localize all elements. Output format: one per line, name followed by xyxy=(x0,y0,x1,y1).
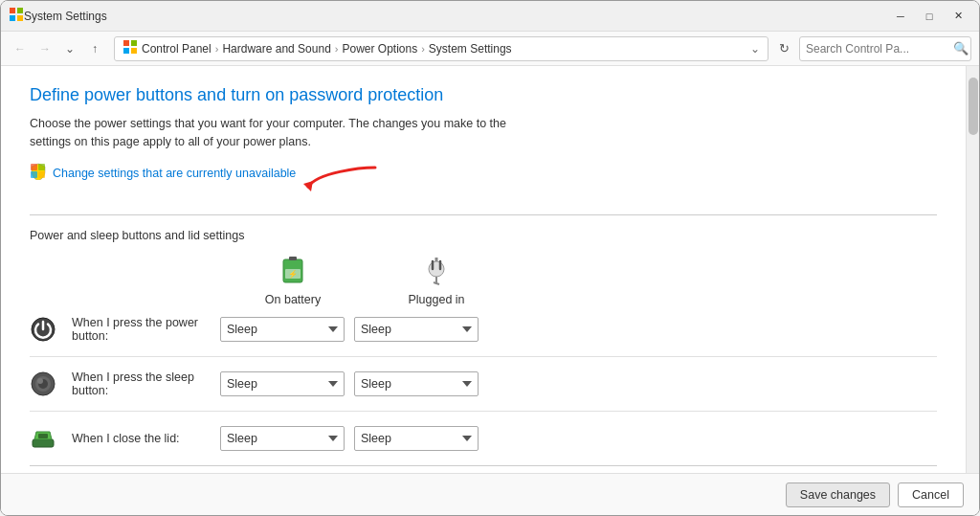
svg-rect-0 xyxy=(10,8,15,13)
svg-point-27 xyxy=(37,378,43,384)
svg-rect-1 xyxy=(17,8,23,13)
svg-rect-29 xyxy=(38,434,48,438)
setting-row-sleep: When I press the sleep button: Sleep Do … xyxy=(30,370,937,397)
search-icon[interactable]: 🔍 xyxy=(953,41,969,56)
search-bar[interactable]: 🔍 xyxy=(799,36,971,61)
svg-rect-9 xyxy=(38,164,45,170)
svg-rect-7 xyxy=(131,48,137,54)
content-area: Define power buttons and turn on passwor… xyxy=(1,66,979,473)
svg-rect-2 xyxy=(10,15,15,21)
shutdown-section: Shutdown settings Turn on fast startup (… xyxy=(30,465,937,474)
breadcrumb-control-panel[interactable]: Control Panel xyxy=(142,42,212,56)
battery-icon: ⚡ xyxy=(279,256,306,289)
svg-text:⚡: ⚡ xyxy=(288,269,298,279)
main-content: Define power buttons and turn on passwor… xyxy=(1,66,966,473)
address-dropdown-arrow[interactable]: ⌄ xyxy=(750,42,760,56)
page-title: Define power buttons and turn on passwor… xyxy=(30,85,937,105)
power-plugged-select[interactable]: Sleep Do nothing Hibernate Shut down Tur… xyxy=(354,317,479,342)
up-button[interactable]: ↑ xyxy=(83,37,106,60)
sleep-button-label: When I press the sleep button: xyxy=(72,370,211,397)
svg-rect-8 xyxy=(31,164,37,170)
svg-rect-28 xyxy=(33,439,54,447)
nav-bar: ← → ⌄ ↑ Control Panel › Hardware and Sou… xyxy=(1,32,979,66)
address-bar[interactable]: Control Panel › Hardware and Sound › Pow… xyxy=(114,36,768,61)
page-description: Choose the power settings that you want … xyxy=(30,115,527,151)
lid-battery-select[interactable]: Sleep Do nothing Hibernate Shut down Tur… xyxy=(220,426,345,451)
change-settings-text[interactable]: Change settings that are currently unava… xyxy=(53,167,296,180)
sleep-button-icon xyxy=(30,370,56,397)
svg-rect-5 xyxy=(131,40,137,46)
address-icon xyxy=(122,39,138,57)
lid-plugged-select[interactable]: Sleep Do nothing Hibernate Shut down Tur… xyxy=(354,426,479,451)
svg-rect-11 xyxy=(38,171,45,178)
col-header-plugged: Plugged in xyxy=(365,256,508,306)
power-button-icon xyxy=(30,316,56,343)
change-settings-link[interactable]: Change settings that are currently unava… xyxy=(30,163,296,183)
col-header-battery: ⚡ On battery xyxy=(221,256,365,306)
lid-label: When I close the lid: xyxy=(72,432,211,445)
svg-rect-10 xyxy=(31,171,37,178)
close-button[interactable]: ✕ xyxy=(945,7,971,26)
svg-line-22 xyxy=(434,282,439,284)
window-title: System Settings xyxy=(24,10,887,23)
section-divider-1 xyxy=(30,214,937,215)
svg-marker-12 xyxy=(303,181,313,191)
breadcrumb-system-settings[interactable]: System Settings xyxy=(429,42,512,56)
power-button-label: When I press the power button: xyxy=(72,316,211,343)
forward-button[interactable]: → xyxy=(33,37,56,60)
title-bar: System Settings ─ □ ✕ xyxy=(1,1,979,32)
breadcrumb-sep-2: › xyxy=(335,43,339,55)
col-header-plugged-label: Plugged in xyxy=(408,293,464,306)
breadcrumb-sep-3: › xyxy=(421,43,425,55)
column-headers: ⚡ On battery xyxy=(30,256,937,306)
section-label: Power and sleep buttons and lid settings xyxy=(30,229,937,242)
window-controls: ─ □ ✕ xyxy=(887,7,971,26)
svg-rect-14 xyxy=(289,257,297,260)
search-input[interactable] xyxy=(806,42,949,56)
svg-rect-4 xyxy=(123,40,129,46)
svg-rect-3 xyxy=(17,15,23,21)
breadcrumb-sep-1: › xyxy=(215,43,219,55)
lid-icon xyxy=(30,425,56,452)
row-divider-1 xyxy=(30,356,937,357)
system-settings-window: System Settings ─ □ ✕ ← → ⌄ ↑ Control Pa xyxy=(0,0,980,516)
breadcrumb-hardware-sound[interactable]: Hardware and Sound xyxy=(222,42,330,56)
setting-row-power: When I press the power button: Sleep Do … xyxy=(30,316,937,343)
minimize-button[interactable]: ─ xyxy=(887,7,914,26)
settings-grid: ⚡ On battery xyxy=(30,256,937,452)
row-divider-2 xyxy=(30,411,937,412)
scrollbar-thumb[interactable] xyxy=(969,78,978,135)
refresh-button[interactable]: ↻ xyxy=(772,37,795,60)
power-battery-select[interactable]: Sleep Do nothing Hibernate Shut down Tur… xyxy=(220,317,345,342)
section-divider-2 xyxy=(30,465,937,466)
footer: Save changes Cancel xyxy=(1,473,979,515)
col-header-battery-label: On battery xyxy=(265,293,321,306)
shield-icon xyxy=(30,163,47,183)
setting-row-lid: When I close the lid: Sleep Do nothing H… xyxy=(30,425,937,452)
maximize-button[interactable]: □ xyxy=(916,7,943,26)
svg-point-18 xyxy=(429,261,444,277)
breadcrumb-power-options[interactable]: Power Options xyxy=(342,42,417,56)
red-arrow-annotation xyxy=(303,163,380,199)
save-changes-button[interactable]: Save changes xyxy=(786,482,890,507)
recent-button[interactable]: ⌄ xyxy=(58,37,81,60)
cancel-button[interactable]: Cancel xyxy=(898,482,964,507)
window-icon xyxy=(9,7,24,25)
back-button[interactable]: ← xyxy=(9,37,32,60)
scrollbar[interactable] xyxy=(966,66,979,473)
nav-arrows: ← → ⌄ ↑ xyxy=(9,37,106,60)
sleep-battery-select[interactable]: Sleep Do nothing Hibernate Shut down Tur… xyxy=(220,371,345,396)
plugged-icon xyxy=(423,256,450,289)
svg-rect-6 xyxy=(123,48,129,54)
sleep-plugged-select[interactable]: Sleep Do nothing Hibernate Shut down Tur… xyxy=(354,371,479,396)
